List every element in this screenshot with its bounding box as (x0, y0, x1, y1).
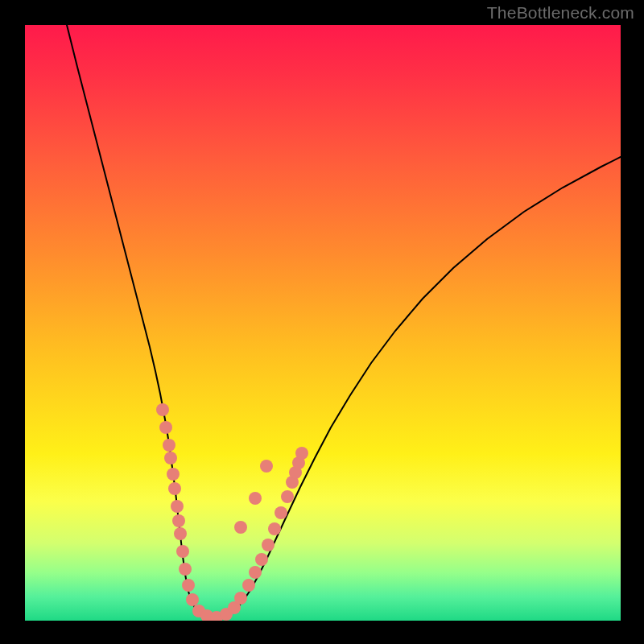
data-marker (234, 521, 247, 534)
data-marker (234, 592, 247, 605)
watermark-label: TheBottleneck.com (487, 3, 634, 23)
data-marker (255, 553, 268, 566)
data-marker (176, 545, 189, 558)
data-marker (174, 527, 187, 540)
data-marker (179, 563, 192, 576)
data-marker (262, 539, 275, 551)
data-marker (172, 514, 185, 527)
data-marker (295, 447, 308, 460)
data-marker (268, 522, 281, 535)
data-marker (281, 490, 294, 503)
data-marker (249, 566, 262, 579)
data-marker (171, 500, 184, 513)
data-marker (167, 468, 180, 481)
data-marker (260, 460, 273, 473)
data-marker (163, 439, 175, 452)
data-marker (275, 506, 287, 519)
data-marker (164, 452, 177, 464)
data-marker (159, 421, 172, 434)
chart-svg (25, 25, 621, 621)
data-marker (156, 403, 169, 416)
data-marker (168, 482, 181, 495)
data-marker (242, 579, 255, 592)
plot-area (25, 25, 621, 621)
data-marker (182, 579, 195, 592)
chart-frame: TheBottleneck.com (0, 0, 644, 644)
marker-group (156, 403, 308, 621)
data-marker (249, 492, 262, 505)
bottleneck-curve (67, 25, 621, 618)
data-marker (186, 593, 199, 606)
